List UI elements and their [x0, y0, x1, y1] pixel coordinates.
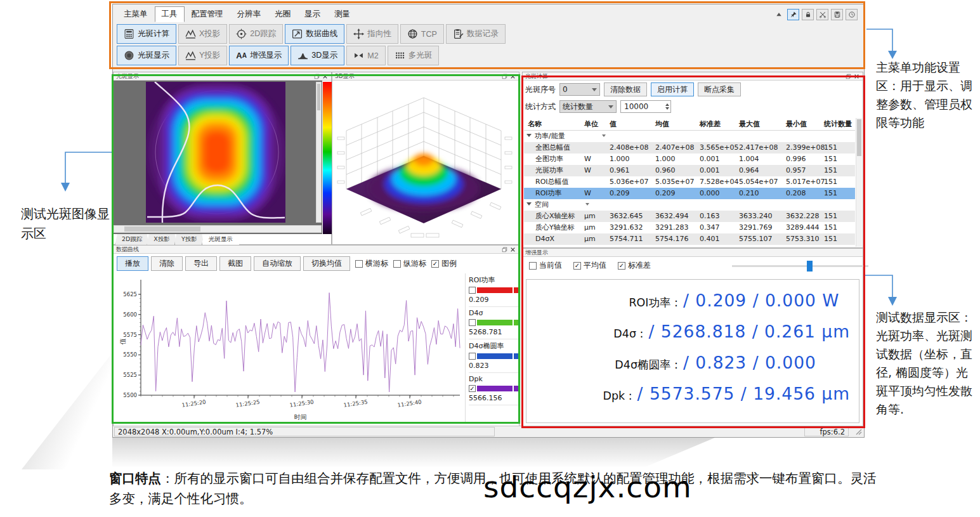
- toolbar-button-data-curve[interactable]: 数据曲线: [285, 24, 344, 44]
- legend-checkbox[interactable]: [469, 353, 476, 360]
- table-group-row-1[interactable]: 空间: [524, 199, 855, 211]
- save-icon[interactable]: [831, 9, 843, 20]
- table-header-4[interactable]: 标准差: [700, 118, 739, 131]
- toolbar-button-track-2d[interactable]: 2D跟踪: [229, 24, 283, 44]
- curve-button-0[interactable]: 播放: [117, 256, 148, 271]
- enable-calc-button[interactable]: 启用计算: [651, 82, 694, 96]
- checkbox-icon[interactable]: [529, 262, 537, 270]
- table-row[interactable]: ROI总幅值5.036e+075.035e+077.528e+045.054e+…: [524, 176, 855, 188]
- spinner-arrows-icon[interactable]: [665, 103, 669, 110]
- table-header-7[interactable]: 统计数量: [824, 118, 855, 131]
- cell-max: 3633.240: [739, 211, 786, 222]
- toolbar-button-m2[interactable]: M2: [346, 46, 385, 65]
- table-row[interactable]: 全图功率W1.0001.0000.0011.0040.996151: [524, 154, 855, 165]
- beam-vertical-scrollbar[interactable]: [316, 82, 322, 223]
- checkbox-icon[interactable]: [573, 262, 581, 270]
- lock-icon[interactable]: [802, 9, 814, 20]
- float-icon[interactable]: [313, 73, 320, 79]
- menu-item-3[interactable]: 分辨率: [230, 6, 268, 22]
- toolbar-button-spot-display[interactable]: 光斑显示: [117, 46, 176, 65]
- toolbar-button-calculator[interactable]: 光斑计算: [117, 24, 176, 44]
- breakpoint-capture-button[interactable]: 断点采集: [698, 82, 741, 96]
- checkbox-icon[interactable]: [431, 260, 439, 268]
- history-clock-icon[interactable]: [846, 9, 858, 20]
- menu-item-2[interactable]: 配置管理: [185, 6, 230, 22]
- tab-3[interactable]: 光斑显示: [202, 234, 240, 245]
- curve-button-1[interactable]: 清除: [151, 256, 183, 271]
- curve-button-2[interactable]: 导出: [185, 256, 217, 271]
- toolbar-button-multi-spot[interactable]: 多光斑: [388, 46, 440, 65]
- cut-icon[interactable]: [816, 9, 828, 20]
- menu-item-1[interactable]: 工具: [155, 6, 185, 22]
- legend-checkbox[interactable]: [469, 287, 476, 294]
- legend-checkbox[interactable]: [469, 385, 476, 392]
- table-group-row-0[interactable]: 功率/能量: [524, 131, 855, 142]
- stat-count-spinner[interactable]: 10000: [620, 100, 671, 113]
- table-header-1[interactable]: 单位: [584, 118, 610, 131]
- beam-horizontal-scrollbar[interactable]: [114, 225, 322, 233]
- curve-checkbox-0[interactable]: 横游标: [355, 258, 388, 269]
- toolbar-button-projection-y[interactable]: Y投影: [178, 46, 227, 65]
- cell-count: 151: [824, 165, 855, 176]
- table-header-3[interactable]: 均值: [655, 118, 700, 131]
- stat-mode-combobox[interactable]: 统计数量: [559, 100, 617, 113]
- enhance-checkbox-0[interactable]: 当前值: [529, 260, 562, 271]
- group-filter-icon[interactable]: [585, 203, 589, 206]
- toolbar-button-globe[interactable]: TCP: [400, 24, 444, 44]
- table-row[interactable]: ROI功率W0.2090.2090.0000.2100.208151: [524, 188, 855, 199]
- slider-handle[interactable]: [807, 261, 813, 272]
- menu-item-5[interactable]: 显示: [297, 6, 327, 22]
- panel-spot-calc: 光斑计算 光斑序号 0 清除数据 启用计算 断点采集 统计方式: [522, 72, 863, 248]
- close-icon[interactable]: [509, 73, 516, 79]
- curve-checkbox-1[interactable]: 纵游标: [393, 258, 426, 269]
- group-filter-icon[interactable]: [602, 134, 606, 137]
- curve-button-5[interactable]: 切换均值: [303, 256, 350, 271]
- tab-1[interactable]: X投影: [147, 234, 177, 245]
- table-header-2[interactable]: 值: [610, 118, 655, 131]
- table-row[interactable]: 全图总幅值2.408e+082.407e+083.565e+052.417e+0…: [524, 142, 855, 154]
- table-row[interactable]: 质心Y轴坐标μm3291.6323291.2830.3473291.769328…: [524, 222, 855, 233]
- toolbar-button-data-record[interactable]: 数据记录: [446, 24, 506, 44]
- close-icon[interactable]: [509, 246, 516, 252]
- toolbar-button-surface-3d[interactable]: 3D显示: [291, 46, 344, 65]
- metric-value: / 5573.575 / 19.456 μm: [632, 384, 850, 403]
- toolbar-button-projection-x[interactable]: X投影: [178, 24, 227, 44]
- table-header-5[interactable]: 最大值: [739, 118, 786, 131]
- toolbar-button-label: M2: [367, 51, 378, 60]
- toolbar-button-enhance-aa[interactable]: AA增强显示: [229, 46, 289, 65]
- toolbar-button-pointing[interactable]: 指向性: [346, 24, 398, 44]
- enhance-checkbox-1[interactable]: 平均值: [573, 260, 606, 271]
- collapse-icon[interactable]: [773, 9, 785, 20]
- curve-button-4[interactable]: 自动缩放: [254, 256, 301, 271]
- menu-item-4[interactable]: 光圈: [268, 6, 297, 22]
- clear-data-button[interactable]: 清除数据: [604, 82, 647, 96]
- resize-grip-icon[interactable]: [854, 427, 863, 436]
- checkbox-icon[interactable]: [393, 260, 401, 268]
- float-icon[interactable]: [501, 246, 508, 252]
- seq-combobox[interactable]: 0: [559, 83, 600, 96]
- tab-2[interactable]: Y投影: [174, 234, 204, 245]
- close-icon[interactable]: [322, 73, 329, 79]
- curve-checkbox-2[interactable]: 图例: [431, 258, 457, 269]
- enhance-slider[interactable]: [732, 265, 868, 267]
- curve-button-3[interactable]: 截图: [219, 256, 251, 271]
- enhance-checkbox-2[interactable]: 标准差: [618, 260, 651, 271]
- table-header-6[interactable]: 最小值: [786, 118, 824, 131]
- collapse-caret-icon[interactable]: [526, 202, 532, 206]
- float-icon[interactable]: [845, 73, 852, 79]
- checkbox-icon[interactable]: [618, 262, 625, 270]
- float-icon[interactable]: [501, 73, 508, 79]
- table-header-0[interactable]: 名称: [524, 118, 584, 131]
- legend-checkbox[interactable]: [469, 319, 476, 326]
- close-icon[interactable]: [853, 73, 860, 79]
- table-scrollbar[interactable]: [856, 118, 862, 247]
- menu-item-6[interactable]: 测量: [327, 6, 357, 22]
- table-row[interactable]: 光斑功率W0.9610.9600.0010.9640.957151: [524, 165, 855, 176]
- table-row[interactable]: 质心X轴坐标μm3632.6453632.4940.1633633.240363…: [524, 211, 855, 222]
- table-row[interactable]: D4σXμm5754.7115754.1760.4015755.1075753.…: [524, 233, 855, 245]
- collapse-caret-icon[interactable]: [526, 134, 532, 137]
- svg-text:11:25:25: 11:25:25: [235, 398, 260, 408]
- menu-item-0[interactable]: 主菜单: [117, 6, 155, 22]
- pin-icon[interactable]: [787, 9, 799, 20]
- checkbox-icon[interactable]: [355, 260, 363, 268]
